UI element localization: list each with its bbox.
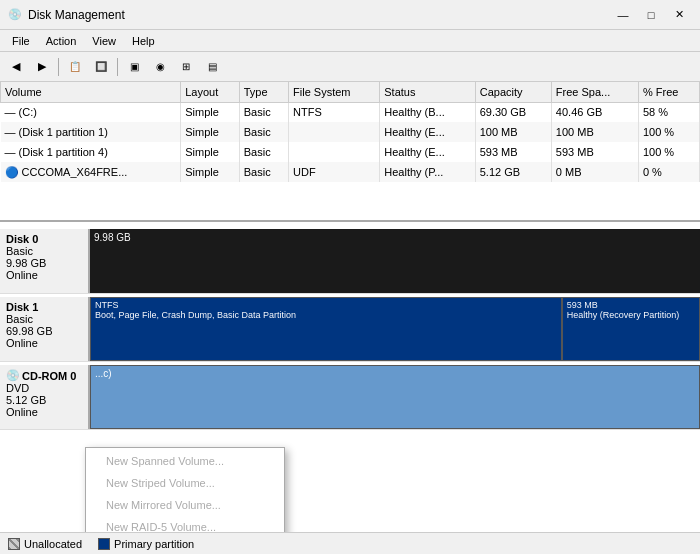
table-cell-1-3 xyxy=(289,122,380,142)
window-title: Disk Management xyxy=(28,8,125,22)
disk0-status: Online xyxy=(6,269,82,281)
volume-table: Volume Layout Type File System Status Ca… xyxy=(0,82,700,182)
table-cell-1-1: Simple xyxy=(181,122,240,142)
legend-primary: Primary partition xyxy=(98,538,194,550)
table-header-row: Volume Layout Type File System Status Ca… xyxy=(1,82,700,102)
table-row[interactable]: — (Disk 1 partition 1)SimpleBasicHealthy… xyxy=(1,122,700,142)
disk1-p2-label: Healthy (Recovery Partition) xyxy=(567,310,695,320)
table-cell-3-1: Simple xyxy=(181,162,240,182)
disk1-partitions: NTFS Boot, Page File, Crash Dump, Basic … xyxy=(90,297,700,361)
context-menu-new-spanned[interactable]: New Spanned Volume... xyxy=(86,450,284,472)
table-cell-2-3 xyxy=(289,142,380,162)
table-row[interactable]: — (C:)SimpleBasicNTFSHealthy (B...69.30 … xyxy=(1,102,700,122)
table-cell-2-0: — (Disk 1 partition 4) xyxy=(1,142,181,162)
disk1-name: Disk 1 xyxy=(6,301,82,313)
cdrom-icon: 💿 xyxy=(6,369,20,382)
disk1-p1-fs: NTFS xyxy=(95,300,557,310)
toolbar-btn-1[interactable]: 📋 xyxy=(63,56,87,78)
table-cell-1-2: Basic xyxy=(239,122,288,142)
toolbar-btn-6[interactable]: ▤ xyxy=(200,56,224,78)
cdrom-p1-label: ...c) xyxy=(95,368,695,379)
maximize-button[interactable]: □ xyxy=(638,5,664,25)
cdrom-name: CD-ROM 0 xyxy=(22,370,76,382)
main-content: Volume Layout Type File System Status Ca… xyxy=(0,82,700,554)
disk1-partition2[interactable]: 593 MB Healthy (Recovery Partition) xyxy=(562,297,700,361)
toolbar-btn-2[interactable]: 🔲 xyxy=(89,56,113,78)
col-status: Status xyxy=(380,82,475,102)
cdrom-partitions: ...c) xyxy=(90,365,700,429)
context-menu-new-striped[interactable]: New Striped Volume... xyxy=(86,472,284,494)
cdrom-status: Online xyxy=(6,406,82,418)
table-cell-0-3: NTFS xyxy=(289,102,380,122)
table-cell-3-0: 🔵 CCCOMA_X64FRE... xyxy=(1,162,181,182)
disk-row-cdrom: 💿 CD-ROM 0 DVD 5.12 GB Online ...c) xyxy=(0,365,700,430)
cdrom-type: DVD xyxy=(6,382,82,394)
legend-unallocated: Unallocated xyxy=(8,538,82,550)
legend-unallocated-box xyxy=(8,538,20,550)
disk0-partitions: 9.98 GB xyxy=(90,229,700,293)
table-cell-3-4: Healthy (P... xyxy=(380,162,475,182)
table-cell-1-7: 100 % xyxy=(638,122,699,142)
close-button[interactable]: ✕ xyxy=(666,5,692,25)
table-cell-1-0: — (Disk 1 partition 1) xyxy=(1,122,181,142)
disk0-name: Disk 0 xyxy=(6,233,82,245)
table-cell-0-2: Basic xyxy=(239,102,288,122)
disk1-p1-label: Boot, Page File, Crash Dump, Basic Data … xyxy=(95,310,557,320)
legend-unallocated-label: Unallocated xyxy=(24,538,82,550)
table-cell-2-5: 593 MB xyxy=(475,142,551,162)
table-cell-2-1: Simple xyxy=(181,142,240,162)
disk0-label: Disk 0 Basic 9.98 GB Online xyxy=(0,229,90,293)
minimize-button[interactable]: — xyxy=(610,5,636,25)
toolbar-sep-2 xyxy=(117,58,118,76)
table-cell-2-2: Basic xyxy=(239,142,288,162)
app-icon: 💿 xyxy=(8,8,22,21)
col-freespace: Free Spa... xyxy=(551,82,638,102)
disk0-bar[interactable]: 9.98 GB xyxy=(90,229,700,293)
col-type: Type xyxy=(239,82,288,102)
context-menu-new-mirrored[interactable]: New Mirrored Volume... xyxy=(86,494,284,516)
disk-row-0: Disk 0 Basic 9.98 GB Online 9.98 GB xyxy=(0,229,700,294)
toolbar-forward[interactable]: ▶ xyxy=(30,56,54,78)
table-cell-2-6: 593 MB xyxy=(551,142,638,162)
toolbar-btn-3[interactable]: ▣ xyxy=(122,56,146,78)
toolbar-back[interactable]: ◀ xyxy=(4,56,28,78)
disk1-size: 69.98 GB xyxy=(6,325,82,337)
table-cell-3-2: Basic xyxy=(239,162,288,182)
cdrom-partition1[interactable]: ...c) xyxy=(90,365,700,429)
menu-view[interactable]: View xyxy=(84,33,124,49)
table-cell-3-6: 0 MB xyxy=(551,162,638,182)
menu-help[interactable]: Help xyxy=(124,33,163,49)
table-cell-1-6: 100 MB xyxy=(551,122,638,142)
table-row[interactable]: 🔵 CCCOMA_X64FRE...SimpleBasicUDFHealthy … xyxy=(1,162,700,182)
legend: Unallocated Primary partition xyxy=(0,532,700,554)
table-cell-0-7: 58 % xyxy=(638,102,699,122)
table-cell-2-4: Healthy (E... xyxy=(380,142,475,162)
disk1-partition1[interactable]: NTFS Boot, Page File, Crash Dump, Basic … xyxy=(90,297,562,361)
col-filesystem: File System xyxy=(289,82,380,102)
menu-file[interactable]: File xyxy=(4,33,38,49)
disk-area: Disk 0 Basic 9.98 GB Online 9.98 GB Disk… xyxy=(0,222,700,532)
menu-bar: File Action View Help xyxy=(0,30,700,52)
table-cell-0-6: 40.46 GB xyxy=(551,102,638,122)
table-cell-3-7: 0 % xyxy=(638,162,699,182)
table-cell-3-3: UDF xyxy=(289,162,380,182)
context-menu: New Spanned Volume... New Striped Volume… xyxy=(85,447,285,532)
table-cell-0-5: 69.30 GB xyxy=(475,102,551,122)
col-percentfree: % Free xyxy=(638,82,699,102)
table-row[interactable]: — (Disk 1 partition 4)SimpleBasicHealthy… xyxy=(1,142,700,162)
toolbar: ◀ ▶ 📋 🔲 ▣ ◉ ⊞ ▤ xyxy=(0,52,700,82)
col-capacity: Capacity xyxy=(475,82,551,102)
disk0-size: 9.98 GB xyxy=(6,257,82,269)
volume-table-area: Volume Layout Type File System Status Ca… xyxy=(0,82,700,222)
disk0-size-label: 9.98 GB xyxy=(94,232,131,243)
disk1-label: Disk 1 Basic 69.98 GB Online xyxy=(0,297,90,361)
table-cell-1-4: Healthy (E... xyxy=(380,122,475,142)
toolbar-btn-4[interactable]: ◉ xyxy=(148,56,172,78)
table-cell-1-5: 100 MB xyxy=(475,122,551,142)
disk0-type: Basic xyxy=(6,245,82,257)
legend-primary-label: Primary partition xyxy=(114,538,194,550)
menu-action[interactable]: Action xyxy=(38,33,85,49)
disk1-p2-size: 593 MB xyxy=(567,300,695,310)
toolbar-btn-5[interactable]: ⊞ xyxy=(174,56,198,78)
context-menu-new-raid5[interactable]: New RAID-5 Volume... xyxy=(86,516,284,532)
